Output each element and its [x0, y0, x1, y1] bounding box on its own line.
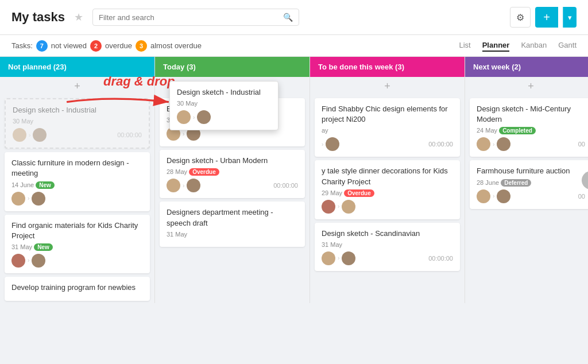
- task-date: 31 May: [322, 241, 453, 248]
- task-classic[interactable]: Classic furniture in modern design - mee…: [5, 152, 150, 211]
- task-time: 00: [578, 141, 585, 148]
- overdue-count: 2: [90, 40, 102, 52]
- search-input[interactable]: [99, 13, 283, 22]
- avatar: [477, 137, 490, 151]
- task-fairy[interactable]: y tale style dinner decorations for Kids…: [315, 160, 460, 219]
- task-time: 00:00:00: [273, 182, 298, 189]
- add-task-dropdown-button[interactable]: ▾: [563, 7, 577, 28]
- badge-deferred: Deferred: [501, 179, 531, 187]
- avatar: [33, 128, 47, 142]
- columns-inner: Not planned (23) + Design sketch - Indus…: [0, 57, 588, 303]
- task-avatars: ›: [322, 251, 355, 265]
- col-this-week-add[interactable]: +: [310, 77, 465, 96]
- task-training[interactable]: Develop training program for newbies: [5, 277, 150, 301]
- task-avatars: ›: [322, 137, 339, 151]
- avatar: [322, 200, 335, 214]
- search-icon: 🔍: [283, 13, 293, 22]
- col-this-week-body: Find Shabby Chic design elements for pro…: [310, 96, 465, 303]
- task-footer: › 00:00:00: [167, 179, 298, 192]
- col-next-week-body: Design sketch - Mid-Century Modern 24 Ma…: [465, 96, 588, 303]
- column-today: Today (3) + Buy n... 30 May ›: [155, 57, 310, 303]
- task-title: Develop training program for newbies: [11, 282, 143, 293]
- avatar: [342, 200, 355, 214]
- col-today-header: Today (3): [155, 57, 310, 77]
- chevron-right-icon: ›: [28, 257, 29, 264]
- col-today-body: Buy n... 30 May › Design sketch - Urban …: [155, 96, 310, 303]
- task-avatars: ›: [11, 192, 45, 206]
- task-midcentury[interactable]: Design sketch - Mid-Century Modern 24 Ma…: [470, 98, 588, 157]
- not-viewed-count: 7: [36, 40, 48, 52]
- task-organic[interactable]: Find organic materials for Kids Charity …: [5, 215, 150, 273]
- task-time: 00:00:00: [428, 255, 453, 262]
- col-this-week-header: To be done this week (3): [310, 57, 465, 77]
- avatar: [11, 254, 25, 268]
- task-date: 31 May: [167, 231, 298, 238]
- search-bar: 🔍: [92, 9, 299, 26]
- tasks-label: Tasks:: [11, 41, 33, 50]
- columns-container: Not planned (23) + Design sketch - Indus…: [0, 57, 588, 303]
- task-date: 28 May Overdue: [167, 168, 298, 175]
- task-title: Find organic materials for Kids Charity …: [11, 220, 143, 241]
- task-date: ay: [322, 127, 453, 134]
- task-urban[interactable]: Design sketch - Urban Modern 28 May Over…: [160, 150, 305, 198]
- task-date: 29 May Overdue: [322, 189, 453, 196]
- settings-button[interactable]: ⚙: [510, 7, 531, 28]
- task-date: 14 June New: [11, 181, 143, 188]
- overdue-label: overdue: [105, 41, 132, 50]
- task-avatars: ›: [167, 179, 200, 192]
- avatar: [187, 179, 200, 192]
- avatar: [187, 127, 200, 141]
- avatar: [342, 251, 355, 265]
- avatar: [167, 127, 180, 141]
- badge-overdue: Overdue: [189, 168, 219, 176]
- task-date: 28 June Deferred: [477, 179, 585, 186]
- task-date: 24 May Completed: [477, 127, 585, 134]
- almost-overdue-count: 3: [136, 40, 147, 52]
- task-buy[interactable]: Buy n... 30 May ›: [160, 98, 305, 146]
- tab-list[interactable]: List: [459, 40, 470, 52]
- col-not-planned-add[interactable]: +: [0, 77, 154, 96]
- task-scandinavian[interactable]: Design sketch - Scandinavian 31 May › 00…: [315, 223, 460, 271]
- task-avatars: ›: [477, 137, 510, 151]
- view-tabs: List Planner Kanban Gantt: [459, 40, 577, 52]
- task-time: 00:00:00: [117, 131, 142, 138]
- avatar: [497, 137, 510, 151]
- col-today-add[interactable]: +: [155, 77, 310, 96]
- task-industrial-ghost: Design sketch - Industrial 30 May › 00:0…: [5, 98, 150, 149]
- chevron-right-icon: ›: [28, 195, 29, 202]
- task-time: 00:00:00: [428, 141, 453, 148]
- task-footer: › 00: [477, 137, 585, 151]
- col-next-week-add[interactable]: +: [465, 77, 588, 96]
- task-date: 31 May New: [11, 243, 143, 250]
- column-next-week: Next week (2) + Design sketch - Mid-Cent…: [465, 57, 588, 303]
- add-task-button[interactable]: +: [535, 7, 558, 28]
- task-footer: › 00:00:00: [322, 251, 453, 265]
- chevron-right-icon: ›: [493, 141, 494, 148]
- task-speech[interactable]: Designers department meeting - speech dr…: [160, 202, 305, 246]
- task-footer: › 00:00:00: [13, 128, 142, 142]
- task-title: Design sketch - Mid-Century Modern: [477, 104, 585, 125]
- task-shabby[interactable]: Find Shabby Chic design elements for pro…: [315, 98, 460, 157]
- task-avatars: ›: [167, 127, 200, 141]
- chevron-right-icon: ›: [493, 193, 494, 199]
- task-title: Classic furniture in modern design - mee…: [11, 158, 143, 179]
- task-title: Design sketch - Industrial: [13, 105, 142, 115]
- task-footer: ›: [322, 200, 453, 214]
- tab-planner[interactable]: Planner: [482, 40, 510, 52]
- task-date: 30 May: [167, 117, 298, 123]
- task-footer: ›: [167, 127, 298, 141]
- star-icon[interactable]: ★: [74, 11, 83, 24]
- column-this-week: To be done this week (3) + Find Shabby C…: [310, 57, 465, 303]
- chevron-right-icon: ›: [29, 132, 30, 138]
- task-date: 30 May: [13, 118, 142, 125]
- task-farmhouse[interactable]: Farmhouse furniture auction 28 June Defe…: [470, 160, 588, 208]
- badge-new: New: [34, 243, 53, 251]
- tab-gantt[interactable]: Gantt: [558, 40, 577, 52]
- avatar: [32, 192, 45, 206]
- tab-kanban[interactable]: Kanban: [521, 40, 547, 52]
- task-avatars: ›: [477, 189, 510, 203]
- header-actions: ⚙ + ▾: [510, 7, 577, 28]
- almost-overdue-label: almost overdue: [150, 41, 202, 50]
- task-footer: › 00: [477, 189, 585, 203]
- task-title: Design sketch - Urban Modern: [167, 156, 298, 166]
